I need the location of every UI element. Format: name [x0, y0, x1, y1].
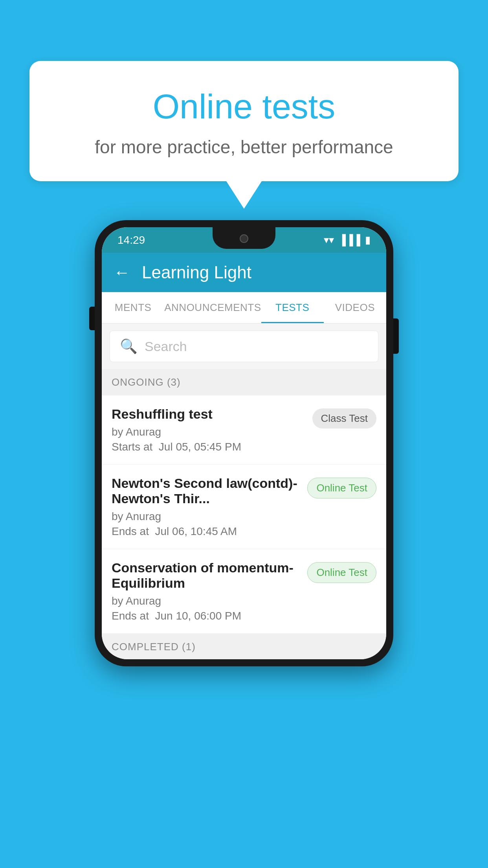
promo-title: Online tests [61, 86, 427, 127]
test-item[interactable]: Reshuffling test by Anurag Starts at Jul… [102, 395, 386, 465]
tab-videos[interactable]: VIDEOS [324, 292, 386, 323]
test-by: by Anurag [112, 510, 301, 523]
time-value: Jun 10, 06:00 PM [155, 610, 241, 622]
test-info: Reshuffling test by Anurag Starts at Jul… [112, 406, 306, 453]
promo-section: Online tests for more practice, better p… [29, 61, 459, 209]
ongoing-section-header: ONGOING (3) [102, 369, 386, 395]
time-value: Jul 06, 10:45 AM [155, 525, 237, 537]
test-time: Starts at Jul 05, 05:45 PM [112, 441, 306, 453]
signal-icon: ▐▐▐ [339, 234, 360, 246]
search-bar[interactable]: 🔍 Search [110, 331, 378, 362]
promo-subtitle: for more practice, better performance [61, 136, 427, 158]
completed-section-header: COMPLETED (1) [102, 634, 386, 659]
tab-announcements[interactable]: ANNOUNCEMENTS [164, 292, 261, 323]
camera-icon [240, 234, 248, 243]
badge-online-test: Online Test [307, 562, 376, 583]
time-label: Ends at [112, 610, 149, 622]
search-container: 🔍 Search [102, 324, 386, 369]
test-time: Ends at Jun 10, 06:00 PM [112, 610, 301, 622]
status-icons: ▾▾ ▐▐▐ ▮ [324, 234, 371, 246]
time-label: Starts at [112, 441, 152, 453]
search-placeholder: Search [145, 339, 187, 354]
test-by: by Anurag [112, 426, 306, 438]
badge-class-test: Class Test [312, 408, 376, 428]
time-value: Jul 05, 05:45 PM [159, 441, 241, 453]
test-item[interactable]: Newton's Second law(contd)-Newton's Thir… [102, 465, 386, 549]
test-by: by Anurag [112, 595, 301, 607]
wifi-icon: ▾▾ [324, 234, 334, 246]
search-icon: 🔍 [120, 338, 138, 355]
bubble-tail [226, 181, 262, 209]
status-time: 14:29 [117, 234, 145, 246]
tab-ments[interactable]: MENTS [102, 292, 164, 323]
test-time: Ends at Jul 06, 10:45 AM [112, 525, 301, 538]
tab-tests[interactable]: TESTS [261, 292, 324, 323]
time-label: Ends at [112, 525, 149, 537]
notch [213, 227, 275, 249]
phone-frame: 14:29 ▾▾ ▐▐▐ ▮ ← Learning Light MENTS AN… [95, 220, 393, 666]
test-name: Reshuffling test [112, 406, 306, 422]
test-name: Newton's Second law(contd)-Newton's Thir… [112, 476, 301, 506]
battery-icon: ▮ [365, 234, 371, 246]
phone-mockup: 14:29 ▾▾ ▐▐▐ ▮ ← Learning Light MENTS AN… [95, 220, 393, 666]
test-info: Newton's Second law(contd)-Newton's Thir… [112, 476, 301, 538]
test-item[interactable]: Conservation of momentum-Equilibrium by … [102, 549, 386, 634]
speech-bubble: Online tests for more practice, better p… [29, 61, 459, 181]
test-info: Conservation of momentum-Equilibrium by … [112, 560, 301, 622]
test-name: Conservation of momentum-Equilibrium [112, 560, 301, 591]
app-title: Learning Light [142, 263, 251, 282]
status-bar: 14:29 ▾▾ ▐▐▐ ▮ [102, 227, 386, 253]
tabs-bar: MENTS ANNOUNCEMENTS TESTS VIDEOS [102, 292, 386, 324]
phone-screen: 14:29 ▾▾ ▐▐▐ ▮ ← Learning Light MENTS AN… [102, 227, 386, 659]
badge-online-test: Online Test [307, 478, 376, 498]
app-header: ← Learning Light [102, 253, 386, 292]
back-button[interactable]: ← [114, 263, 130, 282]
